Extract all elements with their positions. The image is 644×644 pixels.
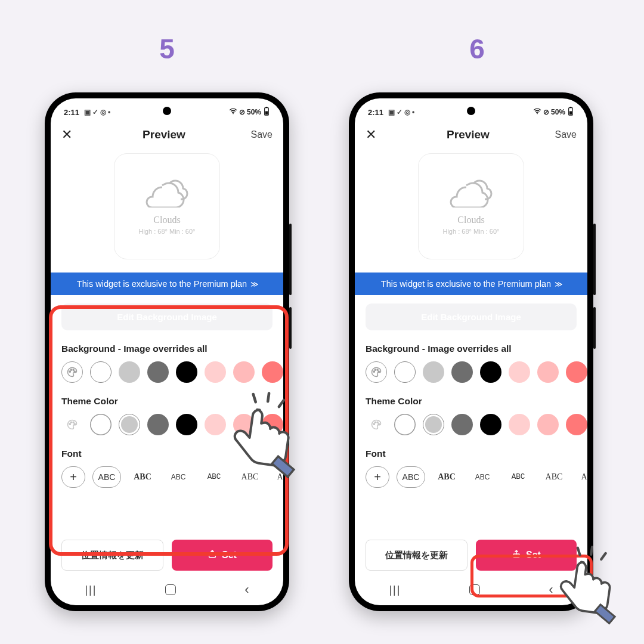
svg-rect-27 xyxy=(595,605,615,624)
update-location-button[interactable]: 位置情報を更新 xyxy=(61,540,163,571)
color-swatch[interactable] xyxy=(509,361,530,383)
color-swatch[interactable] xyxy=(233,361,255,383)
svg-point-5 xyxy=(70,369,72,370)
color-picker-icon[interactable] xyxy=(61,361,83,383)
color-swatch-selected[interactable] xyxy=(90,361,112,383)
nav-home-icon[interactable] xyxy=(469,584,480,595)
target-icon: ◎ xyxy=(404,108,410,116)
color-swatch[interactable] xyxy=(451,361,473,383)
svg-point-19 xyxy=(377,369,378,370)
widget-preview[interactable]: Clouds High : 68° Min : 60° xyxy=(114,153,220,259)
color-picker-icon[interactable] xyxy=(61,414,83,435)
nav-recent-icon[interactable]: ||| xyxy=(85,584,97,596)
theme-color-row xyxy=(366,414,577,435)
save-button[interactable]: Save xyxy=(243,129,273,140)
svg-point-21 xyxy=(373,423,374,425)
weather-temps: High : 68° Min : 60° xyxy=(138,228,195,235)
font-option[interactable]: ABC xyxy=(128,466,157,488)
color-swatch[interactable] xyxy=(566,361,587,383)
edit-background-button[interactable]: Edit Background Image xyxy=(366,304,577,330)
front-camera xyxy=(163,107,171,115)
battery-icon xyxy=(567,107,574,117)
font-option[interactable]: ABC xyxy=(468,466,497,488)
svg-rect-2 xyxy=(266,107,268,108)
svg-point-24 xyxy=(378,423,379,425)
close-icon[interactable]: ✕ xyxy=(61,128,85,141)
color-swatch[interactable] xyxy=(480,414,501,435)
svg-point-20 xyxy=(378,371,379,372)
font-option[interactable]: ABC xyxy=(271,466,283,488)
font-add-button[interactable]: + xyxy=(366,466,389,488)
nav-home-icon[interactable] xyxy=(165,584,176,595)
color-swatch[interactable] xyxy=(537,414,559,435)
no-signal-icon: ⊘ xyxy=(543,108,549,116)
font-option[interactable]: ABC xyxy=(575,466,587,488)
chevron-right-icon: ≫ xyxy=(555,280,561,289)
check-icon: ✓ xyxy=(92,108,98,116)
set-button[interactable]: Set xyxy=(476,540,577,571)
color-swatch[interactable] xyxy=(147,414,169,435)
svg-point-6 xyxy=(73,369,74,370)
svg-point-0 xyxy=(233,113,234,114)
color-swatch[interactable] xyxy=(509,414,530,435)
color-swatch[interactable] xyxy=(423,361,444,383)
update-location-button[interactable]: 位置情報を更新 xyxy=(366,540,467,571)
font-option[interactable]: ABC xyxy=(236,466,264,488)
color-picker-icon[interactable] xyxy=(366,361,387,383)
premium-banner[interactable]: This widget is exclusive to the Premium … xyxy=(355,273,587,295)
nav-back-icon[interactable]: ‹ xyxy=(549,582,553,597)
premium-banner[interactable]: This widget is exclusive to the Premium … xyxy=(51,273,283,295)
color-swatch[interactable] xyxy=(262,414,283,435)
status-time: 2:11 xyxy=(64,108,79,117)
color-swatch[interactable] xyxy=(176,414,197,435)
section-theme-title: Theme Color xyxy=(366,396,577,407)
nav-recent-icon[interactable]: ||| xyxy=(389,584,401,596)
color-swatch[interactable] xyxy=(205,361,226,383)
cloud-icon xyxy=(144,178,190,210)
close-icon[interactable]: ✕ xyxy=(366,128,389,141)
font-add-button[interactable]: + xyxy=(61,466,85,488)
color-swatch[interactable] xyxy=(566,414,587,435)
color-swatch[interactable] xyxy=(451,414,473,435)
color-swatch-selected[interactable] xyxy=(394,361,416,383)
set-button[interactable]: Set xyxy=(172,540,273,571)
color-picker-icon[interactable] xyxy=(366,414,387,435)
font-option[interactable]: ABC xyxy=(540,466,568,488)
color-swatch[interactable] xyxy=(233,414,255,435)
color-swatch-selected[interactable] xyxy=(119,414,140,435)
nav-back-icon[interactable]: ‹ xyxy=(244,582,249,597)
image-icon: ▣ xyxy=(388,108,395,116)
edit-background-button[interactable]: Edit Background Image xyxy=(61,304,273,330)
color-swatch[interactable] xyxy=(205,414,226,435)
svg-point-8 xyxy=(69,423,70,425)
weather-label: Clouds xyxy=(153,215,180,225)
color-swatch[interactable] xyxy=(394,414,416,435)
color-swatch[interactable] xyxy=(262,361,283,383)
chevron-right-icon: ≫ xyxy=(250,280,257,289)
color-swatch[interactable] xyxy=(176,361,197,383)
font-option[interactable]: ABC xyxy=(200,466,228,488)
target-icon: ◎ xyxy=(100,108,106,116)
widget-preview[interactable]: Clouds High : 68° Min : 60° xyxy=(418,153,524,259)
color-swatch[interactable] xyxy=(90,414,112,435)
app-bar: ✕ Preview Save xyxy=(51,120,283,147)
font-option[interactable]: ABC xyxy=(432,466,461,488)
color-swatch[interactable] xyxy=(480,361,501,383)
color-swatch[interactable] xyxy=(147,361,169,383)
cloud-icon xyxy=(448,178,494,210)
color-swatch[interactable] xyxy=(119,361,140,383)
save-button[interactable]: Save xyxy=(547,129,577,140)
color-swatch[interactable] xyxy=(537,361,559,383)
font-option[interactable]: ABC xyxy=(164,466,193,488)
svg-rect-16 xyxy=(569,112,572,114)
section-theme-title: Theme Color xyxy=(61,396,273,407)
svg-point-23 xyxy=(377,422,378,423)
color-swatch-selected[interactable] xyxy=(423,414,444,435)
font-option[interactable]: ABC xyxy=(92,466,121,488)
app-bar: ✕ Preview Save xyxy=(355,120,587,147)
svg-point-10 xyxy=(73,422,74,423)
section-font-title: Font xyxy=(366,448,577,459)
font-option[interactable]: ABC xyxy=(504,466,532,488)
font-option[interactable]: ABC xyxy=(397,466,425,488)
font-row: +ABCABCABCABCABCABC xyxy=(61,466,273,488)
